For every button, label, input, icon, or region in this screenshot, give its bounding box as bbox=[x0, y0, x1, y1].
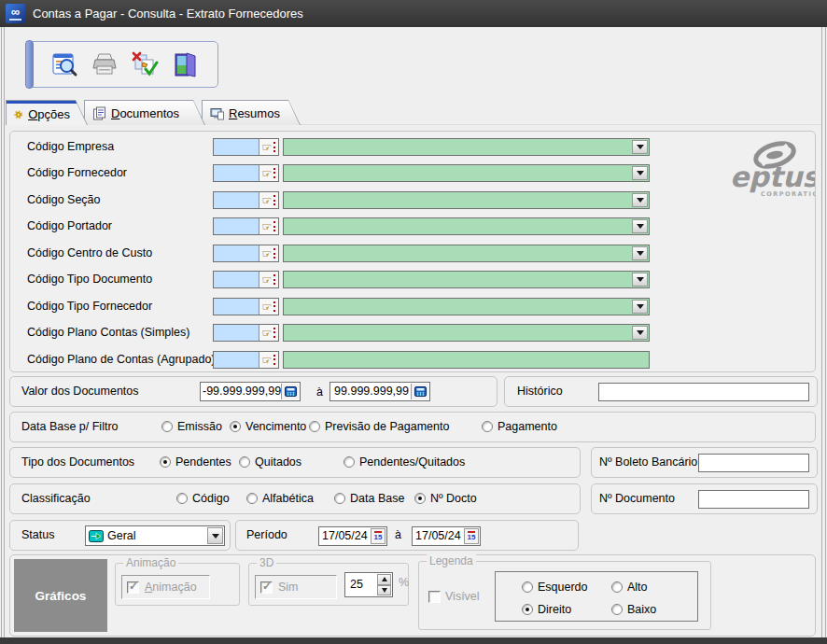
lookup-button[interactable]: ☞ bbox=[259, 218, 278, 234]
radio-circle-icon bbox=[230, 421, 241, 432]
dropdown-button[interactable] bbox=[207, 527, 223, 544]
red-dots-icon bbox=[273, 248, 275, 259]
centro-custo-combobox[interactable] bbox=[283, 245, 650, 262]
n-documento-input[interactable] bbox=[698, 490, 809, 509]
plano-contas-simples-code-input[interactable]: ☞ bbox=[213, 324, 279, 342]
radio-esquerdo[interactable]: Esquerdo bbox=[522, 581, 588, 594]
radio-direito[interactable]: Direito bbox=[522, 603, 571, 616]
filter-row-codigo-fornecedor: Código Fornecedor ☞ bbox=[10, 164, 815, 183]
codigo-fornecedor-code-input[interactable]: ☞ bbox=[213, 164, 279, 182]
boleto-bancario-input[interactable] bbox=[698, 454, 809, 472]
radio-pendentes-quitados[interactable]: Pendentes/Quitados bbox=[343, 455, 465, 469]
dropdown-button[interactable] bbox=[632, 273, 648, 287]
plano-contas-agrupado-code-input[interactable]: ☞ bbox=[213, 351, 279, 369]
centro-custo-code-input[interactable]: ☞ bbox=[213, 245, 279, 262]
codigo-portador-combobox[interactable] bbox=[283, 217, 650, 235]
codigo-fornecedor-combobox[interactable] bbox=[283, 164, 650, 182]
periodo-ate-input[interactable]: 17/05/24 15 bbox=[412, 526, 481, 546]
periodo-de-input[interactable]: 17/05/24 15 bbox=[318, 526, 387, 546]
codigo-empresa-code-input[interactable]: ☞ bbox=[213, 138, 279, 156]
radio-circle-icon bbox=[161, 421, 173, 432]
app-logo-subtext bbox=[9, 19, 21, 21]
radio-vencimento[interactable]: Vencimento bbox=[230, 420, 306, 433]
lookup-button[interactable]: ☞ bbox=[259, 165, 278, 181]
exit-button[interactable] bbox=[168, 48, 202, 81]
radio-data-base[interactable]: Data Base bbox=[334, 492, 404, 505]
radio-label: Pendentes bbox=[175, 455, 231, 469]
radio-codigo[interactable]: Código bbox=[176, 492, 230, 505]
tipo-fornecedor-combobox[interactable] bbox=[283, 298, 650, 315]
dropdown-button[interactable] bbox=[632, 166, 648, 180]
lookup-button[interactable]: ☞ bbox=[259, 139, 278, 155]
codigo-secao-code-input[interactable]: ☞ bbox=[213, 191, 279, 209]
status-combobox[interactable]: Geral bbox=[85, 525, 225, 546]
calendar-button[interactable]: 15 bbox=[371, 528, 385, 544]
tab-face: Documentos bbox=[85, 101, 204, 125]
visivel-checkbox-row: Visível bbox=[428, 590, 480, 603]
spin-down-button[interactable] bbox=[377, 585, 391, 596]
tipo-fornecedor-code-input[interactable]: ☞ bbox=[213, 298, 279, 315]
radio-pendentes[interactable]: Pendentes bbox=[160, 455, 231, 469]
lookup-button[interactable]: ☞ bbox=[259, 325, 278, 341]
radio-label: Quitados bbox=[255, 455, 301, 469]
animacao-checkbox-panel: Animação bbox=[121, 575, 210, 599]
lookup-button[interactable]: ☞ bbox=[259, 245, 278, 261]
filter-row-centro-custo: Código Centro de Custo ☞ bbox=[10, 245, 815, 263]
print-button[interactable] bbox=[88, 48, 121, 81]
dropdown-button[interactable] bbox=[632, 193, 648, 207]
lookup-button[interactable]: ☞ bbox=[259, 272, 278, 287]
sim-checkbox-panel: Sim bbox=[255, 575, 337, 599]
field-label: Código Fornecedor bbox=[27, 166, 127, 179]
preview-report-button[interactable] bbox=[48, 48, 81, 81]
radio-emissao[interactable]: Emissão bbox=[161, 420, 222, 433]
tipo-documento-code-input[interactable]: ☞ bbox=[213, 271, 279, 288]
valor-ate-input[interactable]: 99.999.999,99 bbox=[329, 382, 430, 401]
tipo-documento-combobox[interactable] bbox=[283, 271, 650, 288]
radio-baixo[interactable]: Baixo bbox=[611, 603, 656, 616]
filter-row-codigo-portador: Código Portador ☞ bbox=[10, 217, 815, 236]
tab-opcoes[interactable]: Opções bbox=[6, 100, 88, 125]
radio-alto[interactable]: Alto bbox=[611, 581, 648, 594]
calendar-button[interactable]: 15 bbox=[464, 528, 479, 544]
historico-input[interactable] bbox=[598, 383, 809, 401]
field-label: Código Tipo Fornecedor bbox=[27, 300, 152, 313]
dropdown-button[interactable] bbox=[632, 300, 648, 314]
valor-de-input[interactable]: -99.999.999,99 bbox=[200, 382, 301, 401]
radio-circle-icon bbox=[334, 493, 345, 504]
dropdown-button[interactable] bbox=[632, 140, 648, 154]
spin-up-button[interactable] bbox=[377, 574, 391, 585]
plano-contas-simples-combobox[interactable] bbox=[283, 324, 650, 342]
filter-row-codigo-empresa: Código Empresa ☞ bbox=[10, 138, 815, 157]
process-documents-button[interactable] bbox=[128, 48, 161, 81]
lookup-button[interactable]: ☞ bbox=[259, 299, 278, 315]
radio-dot bbox=[526, 608, 529, 611]
field-label: Código Empresa bbox=[27, 140, 114, 153]
radio-quitados[interactable]: Quitados bbox=[239, 455, 301, 469]
dropdown-button[interactable] bbox=[632, 246, 648, 260]
lookup-button[interactable]: ☞ bbox=[259, 192, 278, 208]
codigo-portador-code-input[interactable]: ☞ bbox=[213, 217, 279, 235]
dropdown-button[interactable] bbox=[632, 219, 648, 233]
radio-circle-icon bbox=[522, 581, 533, 593]
percent-spinner[interactable]: 25 bbox=[344, 572, 393, 597]
tab-label: Resumos bbox=[229, 106, 280, 120]
spinner-value: 25 bbox=[350, 578, 363, 591]
codigo-secao-combobox[interactable] bbox=[283, 191, 650, 209]
plano-contas-agrupado-field[interactable] bbox=[283, 351, 650, 369]
tab-resumos[interactable]: Resumos bbox=[202, 100, 301, 125]
codigo-empresa-combobox[interactable] bbox=[283, 138, 650, 156]
radio-circle-icon bbox=[160, 456, 171, 468]
radio-n-docto[interactable]: Nº Docto bbox=[414, 492, 477, 505]
radio-alfabetica[interactable]: Alfabética bbox=[246, 492, 314, 505]
lookup-button[interactable]: ☞ bbox=[259, 352, 278, 368]
window-edge-right-inner bbox=[821, 27, 822, 637]
boleto-bancario-group: Nº Boleto Bancário bbox=[591, 447, 818, 478]
calculator-button[interactable] bbox=[281, 384, 299, 399]
radio-previsao-pagamento[interactable]: Previsão de Pagamento bbox=[309, 420, 449, 433]
calculator-button[interactable] bbox=[411, 384, 428, 399]
tab-documentos[interactable]: Documentos bbox=[84, 100, 205, 125]
radio-pagamento[interactable]: Pagamento bbox=[482, 420, 557, 433]
dropdown-button[interactable] bbox=[632, 326, 648, 340]
periodo-group: Período 17/05/24 15 à 17/05/24 15 bbox=[235, 520, 579, 551]
periodo-ate-value: 17/05/24 bbox=[415, 529, 461, 542]
